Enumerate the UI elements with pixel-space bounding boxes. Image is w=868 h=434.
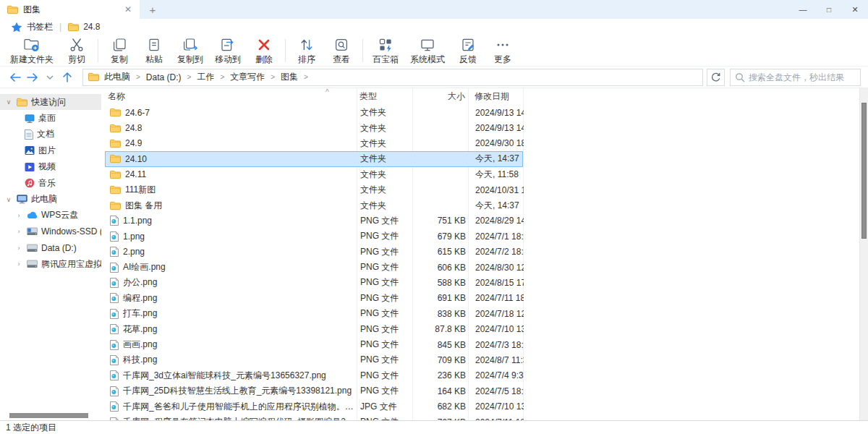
sidebar-item-drive[interactable]: ›Data (D:)	[0, 240, 101, 256]
new-folder-icon	[23, 36, 41, 54]
file-row[interactable]: 24.6-7文件夹2024/9/13 14:...	[105, 105, 523, 120]
file-row[interactable]: 编程.pngPNG 文件691 KB2024/7/11 18:...	[105, 291, 523, 306]
sidebar-item-music[interactable]: 音乐	[0, 175, 101, 191]
file-size: 838 KB	[413, 309, 469, 319]
column-header-name[interactable]: 名称	[105, 90, 357, 103]
breadcrumb-separator: >	[270, 73, 276, 81]
file-row[interactable]: 24.11文件夹今天, 11:58	[105, 167, 523, 182]
history-dropdown-button[interactable]	[42, 69, 58, 85]
file-row[interactable]: 24.10文件夹今天, 14:37	[105, 151, 523, 166]
folder-icon	[110, 201, 121, 210]
file-row[interactable]: 科技.pngPNG 文件709 KB2024/8/7 11:35	[105, 352, 523, 367]
chevron-right-icon[interactable]: ›	[14, 260, 23, 268]
breadcrumb-segment[interactable]: 此电脑	[104, 71, 130, 83]
breadcrumb-segment[interactable]: Data (D:)	[146, 72, 182, 82]
chevron-right-icon[interactable]: ›	[14, 228, 23, 235]
chevron-right-icon[interactable]: ›	[14, 244, 23, 252]
chevron-down-icon[interactable]: ∨	[4, 196, 13, 203]
cut-icon	[69, 36, 85, 54]
file-row[interactable]: 1.pngPNG 文件679 KB2024/7/1 18:04	[105, 229, 523, 244]
tab-active[interactable]: 图集 ✕	[0, 0, 140, 19]
toolbar-button-view[interactable]: 查看	[324, 35, 359, 64]
sidebar-item-pictures[interactable]: 图片	[0, 142, 101, 158]
list-header: 名称 类型 大小 修改日期	[105, 88, 523, 105]
file-name: 24.8	[125, 123, 142, 133]
chevron-down-icon[interactable]: ∨	[4, 98, 13, 106]
file-date: 2024/7/10 13:...	[469, 401, 524, 412]
search-input[interactable]	[749, 72, 856, 82]
bookmarks-label[interactable]: 书签栏	[27, 21, 53, 33]
refresh-button[interactable]	[707, 69, 725, 86]
file-row[interactable]: 千库网_3d立体ai智能球科技_元素编号13656327.pngPNG 文件23…	[105, 368, 523, 383]
bookmark-item-24-8[interactable]: 24.8	[83, 22, 100, 32]
toolbar-button-delete[interactable]: 删除	[247, 35, 281, 64]
file-name-cell: 千库网_程序员在笔记本电脑上编写编程代码_摄影图编号20511911.png	[106, 416, 357, 420]
sidebar-item-desktop[interactable]: 桌面	[0, 110, 101, 126]
sidebar-item-document[interactable]: 文档	[0, 127, 101, 142]
file-row[interactable]: 千库网_爸爸和儿子使用智能手机上的应用程序识别植物。_摄影图编号1841217.…	[105, 399, 523, 414]
file-row[interactable]: 1.1.pngPNG 文件751 KB2024/8/29 14:...	[105, 213, 523, 229]
breadcrumb-segment[interactable]: 工作	[197, 71, 214, 83]
search-box[interactable]	[730, 69, 861, 86]
minimize-button[interactable]: —	[790, 0, 816, 19]
breadcrumb-segment[interactable]: 文章写作	[230, 71, 265, 83]
file-row[interactable]: 千库网_程序员在笔记本电脑上编写编程代码_摄影图编号20511911.pngPN…	[105, 414, 523, 420]
chevron-right-icon[interactable]: ›	[14, 212, 23, 219]
file-date: 2024/7/11 18:...	[469, 417, 524, 421]
maximize-button[interactable]: □	[816, 0, 842, 19]
breadcrumb-segment[interactable]: 图集	[281, 71, 298, 83]
file-row[interactable]: 图集 备用文件夹今天, 14:37	[105, 197, 523, 213]
vertical-scrollbar[interactable]	[859, 88, 868, 420]
toolbar-button-move-to[interactable]: 移动到	[209, 35, 247, 64]
sidebar-item-video[interactable]: 视频	[0, 159, 101, 175]
file-row[interactable]: 111新图文件夹2024/10/31 1...	[105, 182, 523, 197]
back-button[interactable]	[7, 69, 23, 85]
tab-close-icon[interactable]: ✕	[122, 4, 134, 14]
file-name: 1.1.png	[123, 216, 152, 226]
file-row[interactable]: AI绘画.pngPNG 文件606 KB2024/8/30 12:...	[105, 260, 523, 275]
column-header-date[interactable]: 修改日期	[468, 90, 523, 103]
file-row[interactable]: 24.9文件夹2024/9/30 18:...	[105, 136, 523, 151]
toolbar-separator	[285, 39, 286, 62]
breadcrumb-separator: >	[187, 73, 192, 81]
file-name: 花草.png	[123, 323, 157, 336]
close-button[interactable]: ✕	[842, 0, 868, 19]
file-row[interactable]: 打车.pngPNG 文件838 KB2024/7/18 12:...	[105, 306, 523, 321]
file-row[interactable]: 2.pngPNG 文件615 KB2024/7/2 18:04	[105, 244, 523, 260]
sidebar-item-drive[interactable]: ›腾讯应用宝虚拟磁盘 (T:)	[0, 256, 101, 272]
toolbar-button-copy-to[interactable]: 复制到	[171, 35, 209, 64]
file-name-cell: 编程.png	[106, 292, 357, 305]
file-row[interactable]: 24.8文件夹2024/9/13 14:...	[105, 120, 523, 135]
file-row[interactable]: 办公.pngPNG 文件588 KB2024/8/15 17:...	[105, 275, 523, 290]
new-tab-button[interactable]: +	[140, 0, 166, 19]
column-header-size[interactable]: 大小	[412, 90, 468, 103]
file-name: 千库网_爸爸和儿子使用智能手机上的应用程序识别植物。_摄影图编号1841217.…	[123, 401, 357, 413]
toolbar-button-cut[interactable]: 剪切	[59, 35, 94, 64]
file-row[interactable]: 花草.pngPNG 文件87.8 KB2024/7/10 13:...	[105, 321, 523, 336]
file-size: 615 KB	[413, 247, 469, 257]
sidebar-item-cloud[interactable]: ›WPS云盘	[0, 208, 101, 224]
column-header-type[interactable]: 类型	[357, 90, 412, 103]
breadcrumb[interactable]: 此电脑>Data (D:)>工作>文章写作>图集>	[82, 69, 703, 86]
toolbar-button-new-folder[interactable]: 新建文件夹	[4, 35, 59, 64]
sidebar-item-label: 视频	[38, 161, 56, 173]
up-button[interactable]	[59, 69, 75, 85]
sidebar-group-this-pc[interactable]: ∨此电脑	[0, 191, 101, 207]
horizontal-scrollbar-thumb[interactable]	[9, 413, 88, 418]
view-icon	[333, 36, 349, 54]
sidebar-group-quick-access[interactable]: ∨快速访问	[0, 94, 101, 110]
toolbar-button-toolbox[interactable]: 百宝箱	[367, 35, 404, 64]
toolbar-button-feedback[interactable]: 反馈	[451, 35, 485, 64]
toolbar-button-sort[interactable]: 排序	[289, 35, 324, 64]
file-type: PNG 文件	[357, 292, 413, 305]
toolbar-separator	[362, 39, 363, 62]
sidebar-item-drive-c[interactable]: ›Windows-SSD (C:)	[0, 224, 101, 239]
vertical-scrollbar-thumb[interactable]	[861, 103, 867, 239]
toolbar-button-more[interactable]: 更多	[485, 35, 520, 64]
forward-button[interactable]	[25, 69, 41, 85]
toolbar-button-copy[interactable]: 复制	[102, 35, 137, 64]
toolbar-button-paste[interactable]: 粘贴	[137, 35, 171, 64]
file-row[interactable]: 画画.pngPNG 文件845 KB2024/7/3 18:30	[105, 337, 523, 352]
toolbar-button-system-mode[interactable]: 系统模式	[404, 35, 451, 64]
file-row[interactable]: 千库网_25D科技智慧生活线上教育_元素编号13398121.pngPNG 文件…	[105, 383, 523, 399]
